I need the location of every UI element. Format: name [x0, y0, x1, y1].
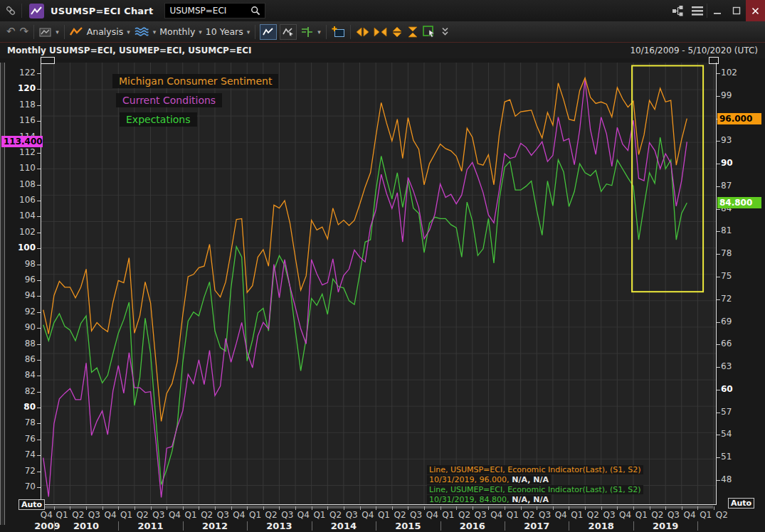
menu-icon[interactable] [687, 0, 707, 21]
legend-item[interactable]: Michigan Consumer Sentiment [112, 74, 278, 88]
chart-area: Michigan Consumer SentimentCurrent Condi… [0, 58, 765, 532]
left-axis-tick-label: 100 [4, 243, 36, 252]
quarter-label: Q3 [601, 510, 618, 520]
left-axis-tick-label: 106 [4, 195, 36, 205]
quarter-label: Q3 [537, 510, 554, 520]
left-axis-tick-label: 110 [4, 163, 36, 173]
x-axis-quarters: Q4Q1Q2Q3Q4Q1Q2Q3Q4Q1Q2Q3Q4Q1Q2Q3Q4Q1Q2Q3… [0, 510, 765, 520]
divider [255, 25, 255, 39]
left-axis-auto-button[interactable]: Auto [19, 499, 45, 510]
quarter-label: Q2 [455, 510, 473, 520]
year-label: 2018 [586, 521, 617, 531]
analysis-caret-icon[interactable]: ▾ [125, 28, 132, 36]
quarter-label: Q4 [102, 510, 119, 520]
quarter-tick [118, 506, 119, 510]
right-axis-tick-label: 75 [721, 271, 755, 281]
axis-tick-mark [37, 185, 41, 186]
right-axis-tick-label: 72 [721, 294, 755, 304]
axis-settings-icon[interactable] [298, 24, 315, 40]
quarter-tick [424, 506, 425, 510]
quarter-tick [650, 506, 650, 510]
chart-type-button[interactable] [260, 24, 277, 40]
quarter-tick [86, 506, 87, 510]
quarter-label: Q3 [408, 510, 425, 520]
right-axis-tick-label: 66 [721, 339, 755, 349]
right-axis-tick-label: 81 [721, 225, 755, 235]
layout-tree-icon[interactable] [668, 0, 687, 21]
right-axis-tick-label: 63 [721, 361, 755, 371]
quarter-label: Q1 [53, 510, 70, 520]
smoothing-caret-icon[interactable]: ▾ [151, 28, 159, 36]
quarter-label: Q4 [359, 510, 376, 520]
year-separator [118, 521, 119, 531]
interval-caret-icon[interactable]: ▾ [196, 28, 204, 36]
quarter-tick [151, 506, 152, 510]
undo-button[interactable]: ↶ [4, 24, 18, 40]
quarter-label: Q1 [375, 510, 392, 520]
quarter-label: Q4 [38, 510, 55, 520]
quarter-label: Q4 [166, 510, 183, 520]
compress-horizontal-button[interactable] [371, 24, 389, 40]
quarter-label: Q2 [713, 510, 730, 520]
expand-vertical-button[interactable] [389, 24, 405, 40]
quarter-tick [617, 506, 618, 510]
quarter-tick [183, 506, 184, 510]
title-bar-left: USUMSP=ECI Chart USUMSP=ECI [0, 0, 668, 21]
quarter-tick [360, 506, 361, 510]
right-axis-auto-button[interactable]: Auto [728, 498, 754, 509]
plot-corner-handle[interactable] [709, 57, 719, 64]
divider [326, 25, 327, 39]
legend-item[interactable]: Current Conditions [116, 93, 222, 107]
axis-tick-mark [717, 457, 720, 458]
quarter-tick [537, 506, 537, 510]
quarter-tick [569, 506, 569, 510]
smoothing-icon[interactable] [132, 24, 151, 40]
more-tools-icon[interactable] [438, 24, 452, 40]
plot-corner-handle[interactable] [41, 57, 55, 64]
templates-caret-icon[interactable]: ▾ [53, 28, 61, 36]
legend-item[interactable]: Expectations [120, 112, 197, 127]
plot-background[interactable] [41, 63, 717, 505]
quarter-tick [440, 506, 441, 510]
minimize-button[interactable] [707, 0, 727, 21]
redo-button[interactable]: ↷ [18, 24, 31, 40]
quarter-tick [70, 506, 70, 510]
interval-selector[interactable]: Monthly [158, 26, 196, 37]
link-channel-icon[interactable] [0, 0, 21, 21]
add-subchart-button[interactable] [329, 24, 347, 40]
range-selector[interactable]: 10 Years [204, 26, 245, 37]
chart-edit-button[interactable] [280, 24, 297, 40]
quarter-tick [505, 506, 505, 510]
axis-settings-caret-icon[interactable]: ▾ [315, 28, 323, 36]
axis-tick-mark [717, 344, 720, 345]
range-caret-icon[interactable]: ▾ [245, 28, 253, 36]
expand-horizontal-button[interactable] [354, 24, 371, 40]
quarter-label: Q4 [423, 510, 440, 520]
maximize-button[interactable] [727, 0, 746, 21]
right-axis-tick-label: 48 [721, 474, 755, 484]
year-label: 2017 [521, 521, 552, 531]
plot-canvas[interactable] [41, 63, 717, 505]
axis-tick-mark [717, 435, 720, 435]
application-window: USUMSP=ECI Chart USUMSP=ECI [0, 0, 765, 532]
x-axis-scrollbar[interactable] [41, 506, 713, 509]
quarter-tick [263, 506, 264, 510]
left-axis-tick-label: 78 [4, 417, 36, 427]
axis-tick-mark [37, 408, 41, 408]
quarter-label: Q3 [343, 510, 360, 520]
year-separator [376, 521, 376, 531]
analysis-button[interactable]: Analysis [85, 26, 125, 37]
zoom-select-button[interactable] [421, 24, 438, 40]
left-axis-tick-label: 76 [4, 434, 36, 444]
chart-date-range: 10/16/2009 - 5/10/2020 (UTC) [630, 46, 758, 55]
symbol-search-input[interactable]: USUMSP=ECI [164, 3, 265, 18]
quarter-tick [714, 506, 714, 510]
templates-button[interactable] [37, 24, 53, 40]
year-label: 2012 [199, 521, 231, 531]
close-button[interactable] [746, 0, 765, 21]
quarter-label: Q3 [665, 510, 682, 520]
axis-tick-mark [717, 164, 720, 164]
left-axis-tick-label: 86 [4, 354, 36, 364]
compress-vertical-button[interactable] [405, 24, 421, 40]
chart-legend: Michigan Consumer SentimentCurrent Condi… [112, 74, 278, 127]
